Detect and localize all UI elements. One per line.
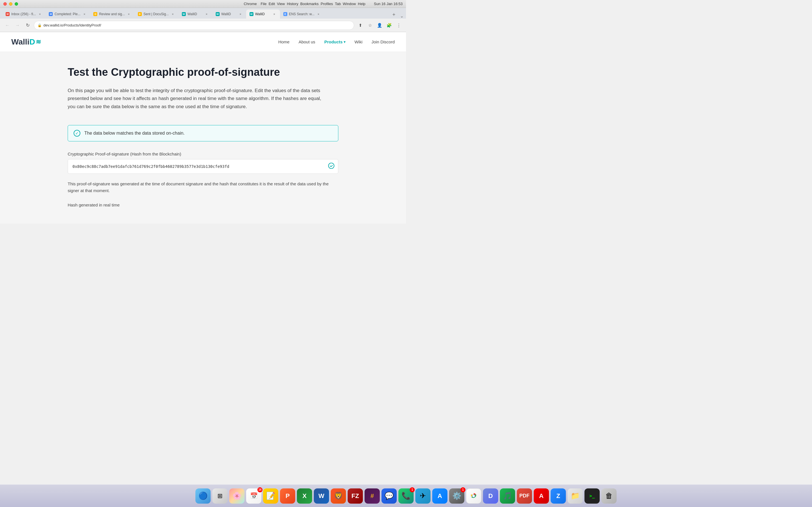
tab-favicon: E xyxy=(283,12,287,16)
alert-message: The data below matches the data stored o… xyxy=(84,131,185,136)
addressbar-actions: ⬆ ☆ 👤 🧩 ⋮ xyxy=(356,21,403,29)
hash-realtime-label: Hash generated in real time xyxy=(68,203,338,207)
tab-tab-5[interactable]: W WalliD × xyxy=(179,10,212,18)
site-logo[interactable]: WalliD ≋ xyxy=(11,38,41,47)
forward-button[interactable]: → xyxy=(13,21,21,29)
url-bar[interactable]: 🔒 dev.wallid.io/Products/IdentityProof/ xyxy=(34,21,354,30)
tab-tab-1[interactable]: M Inbox (256) - fi... × xyxy=(2,10,45,18)
nav-products-label: Products xyxy=(324,40,343,44)
tab-label: WalliD xyxy=(221,12,231,16)
addressbar: ← → ↻ 🔒 dev.wallid.io/Products/IdentityP… xyxy=(0,18,406,32)
tab-favicon: M xyxy=(49,12,53,16)
tab-close-button[interactable]: × xyxy=(38,12,42,16)
hash-input[interactable] xyxy=(68,159,338,174)
nav-about[interactable]: About us xyxy=(299,40,315,44)
tab-label: WalliD xyxy=(188,12,197,16)
hash-field-section: Cryptographic Proof-of-signature (Hash f… xyxy=(68,152,338,207)
minimize-button[interactable] xyxy=(9,2,12,6)
tabs-menu-button[interactable]: ⌄ xyxy=(400,13,404,18)
logo-walli-text: Walli xyxy=(11,38,29,47)
nav-discord[interactable]: Join Discord xyxy=(371,40,395,44)
tab-favicon: W xyxy=(250,12,253,16)
tab-tab-7[interactable]: W WalliD × xyxy=(246,10,280,18)
profile-button[interactable]: 👤 xyxy=(375,21,384,29)
lock-icon: 🔒 xyxy=(38,23,42,27)
tab-close-button[interactable]: × xyxy=(204,12,209,16)
tab-close-button[interactable]: × xyxy=(238,12,243,16)
url-text: dev.wallid.io/Products/IdentityProof/ xyxy=(43,23,350,27)
tab-label: Completed: Ple... xyxy=(54,12,80,16)
logo-d-text: D xyxy=(29,38,35,47)
window-controls[interactable] xyxy=(3,2,18,6)
hash-input-wrapper xyxy=(68,159,338,174)
titlebar: Chrome File Edit View History Bookmarks … xyxy=(0,0,406,8)
nav-wiki[interactable]: Wiki xyxy=(354,40,362,44)
reload-button[interactable]: ↻ xyxy=(24,21,32,29)
hash-field-label: Cryptographic Proof-of-signature (Hash f… xyxy=(68,152,338,156)
site-nav: WalliD ≋ Home About us Products ▾ Wiki J… xyxy=(0,32,406,52)
tab-favicon: M xyxy=(6,12,10,16)
tab-label: Sent | DocuSig... xyxy=(144,12,169,16)
tab-tab-6[interactable]: W WalliD × xyxy=(212,10,246,18)
new-tab-button[interactable]: + xyxy=(390,11,398,18)
tab-label: Review and sig... xyxy=(99,12,124,16)
tab-close-button[interactable]: × xyxy=(126,12,131,16)
page-description: On this page you will be able to test th… xyxy=(68,87,321,111)
field-note: This proof-of-signature was generated at… xyxy=(68,180,338,194)
tab-tab-4[interactable]: D Sent | DocuSig... × xyxy=(135,10,179,18)
back-button[interactable]: ← xyxy=(3,21,11,29)
nav-home[interactable]: Home xyxy=(278,40,290,44)
tab-label: ENS Search: w... xyxy=(289,12,315,16)
hash-check-icon xyxy=(328,163,335,170)
tab-tab-3[interactable]: D Review and sig... × xyxy=(90,10,134,18)
nav-products[interactable]: Products ▾ xyxy=(324,40,345,44)
svg-point-0 xyxy=(328,163,334,169)
alert-box: ✓ The data below matches the data stored… xyxy=(68,125,338,142)
datetime: Sun 16 Jan 16:53 xyxy=(374,2,403,6)
page-title: Test the Cryptographic proof-of-signatur… xyxy=(68,66,338,79)
menu-button[interactable]: ⋮ xyxy=(395,21,403,29)
tab-favicon: D xyxy=(93,12,97,16)
logo-symbol: ≋ xyxy=(36,38,41,46)
alert-checkmark-icon: ✓ xyxy=(73,130,80,136)
main-content: Test the Cryptographic proof-of-signatur… xyxy=(62,52,344,219)
tab-label: Inbox (256) - fi... xyxy=(11,12,36,16)
website-content: WalliD ≋ Home About us Products ▾ Wiki J… xyxy=(0,32,406,224)
chevron-down-icon: ▾ xyxy=(344,40,345,44)
close-button[interactable] xyxy=(3,2,7,6)
tab-favicon: D xyxy=(138,12,142,16)
bookmark-button[interactable]: ☆ xyxy=(366,21,374,29)
tab-close-button[interactable]: × xyxy=(272,12,276,16)
maximize-button[interactable] xyxy=(15,2,18,6)
tab-close-button[interactable]: × xyxy=(316,12,320,16)
tab-tab-2[interactable]: M Completed: Ple... × xyxy=(45,10,90,18)
share-button[interactable]: ⬆ xyxy=(356,21,364,29)
tab-favicon: W xyxy=(216,12,220,16)
tab-favicon: W xyxy=(182,12,186,16)
extensions-button[interactable]: 🧩 xyxy=(385,21,393,29)
tab-label: WalliD xyxy=(255,12,265,16)
app-name: Chrome xyxy=(244,2,257,6)
tab-close-button[interactable]: × xyxy=(170,12,175,16)
titlebar-info: Chrome File Edit View History Bookmarks … xyxy=(244,2,403,6)
tabs-bar: M Inbox (256) - fi... × M Completed: Ple… xyxy=(0,8,406,18)
tab-close-button[interactable]: × xyxy=(82,12,87,16)
nav-links: Home About us Products ▾ Wiki Join Disco… xyxy=(278,40,395,44)
tab-tab-8[interactable]: E ENS Search: w... × xyxy=(280,10,324,18)
